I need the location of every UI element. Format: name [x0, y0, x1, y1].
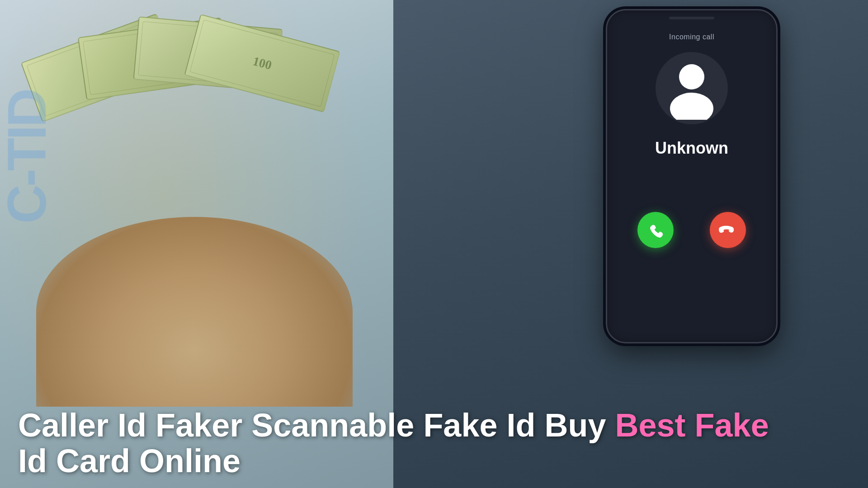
phone-accept-icon: [646, 221, 665, 239]
accept-call-button[interactable]: [637, 212, 674, 248]
phone-mockup: Incoming call Unknown: [606, 9, 778, 343]
decline-call-button[interactable]: [710, 212, 746, 248]
hands-area: [36, 217, 353, 407]
title-part1: Caller Id Faker Scannable Fake Id Buy: [18, 407, 615, 443]
phone-notch: [669, 17, 714, 19]
caller-name: Unknown: [655, 139, 728, 158]
watermark: C-TID: [0, 90, 58, 224]
phone-decline-icon: [719, 221, 737, 239]
person-icon: [660, 56, 723, 120]
page-title: Caller Id Faker Scannable Fake Id Buy Be…: [18, 408, 850, 479]
svg-point-0: [679, 64, 704, 89]
svg-point-1: [670, 93, 713, 120]
caller-avatar: [656, 52, 728, 124]
title-part2: Id Card Online: [18, 443, 241, 479]
title-highlight: Best Fake: [615, 407, 769, 443]
call-buttons-row: [637, 212, 746, 248]
incoming-call-label: Incoming call: [669, 33, 714, 41]
page-title-section: Caller Id Faker Scannable Fake Id Buy Be…: [0, 408, 868, 479]
